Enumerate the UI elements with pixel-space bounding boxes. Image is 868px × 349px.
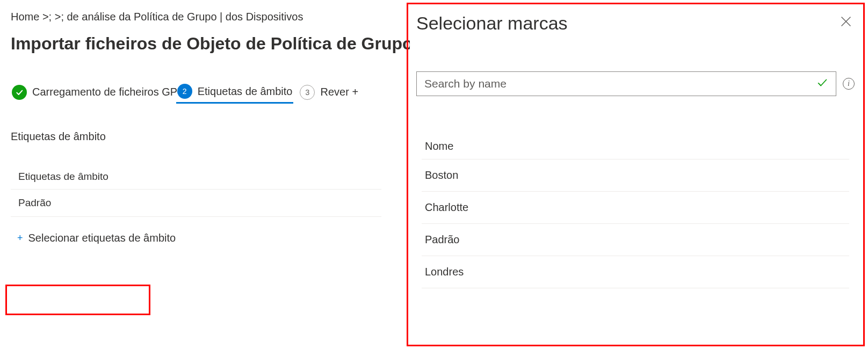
info-icon[interactable]: i bbox=[843, 78, 855, 90]
list-item[interactable]: Londres bbox=[422, 256, 849, 288]
search-placeholder: Search by name bbox=[424, 77, 816, 90]
select-tags-panel: Selecionar marcas Search by name i Nome … bbox=[410, 5, 861, 344]
highlight-box-left bbox=[5, 285, 150, 315]
step-label: Rever + bbox=[320, 86, 358, 98]
close-button[interactable] bbox=[837, 13, 855, 32]
table-row[interactable]: Padrão bbox=[11, 190, 381, 217]
step-label: Etiquetas de âmbito bbox=[198, 85, 293, 98]
section-heading: Etiquetas de âmbito bbox=[11, 130, 381, 143]
select-scope-tags-label: Selecionar etiquetas de âmbito bbox=[28, 232, 176, 244]
step-review[interactable]: 3 Rever + bbox=[299, 82, 359, 103]
check-circle-icon bbox=[12, 85, 27, 100]
tags-list: Nome Boston Charlotte Padrão Londres bbox=[416, 134, 855, 288]
close-icon bbox=[840, 20, 852, 30]
list-item[interactable]: Boston bbox=[422, 159, 849, 192]
step-scope-tags[interactable]: 2 Etiquetas de âmbito bbox=[176, 81, 294, 104]
checkmark-icon bbox=[816, 77, 828, 91]
step-label: Carregamento de ficheiros GPO bbox=[32, 86, 186, 98]
step-number-icon: 3 bbox=[300, 85, 315, 100]
list-item[interactable]: Charlotte bbox=[422, 192, 849, 224]
breadcrumb[interactable]: Home >; >; de análise da Política de Gru… bbox=[11, 11, 381, 23]
table-header: Etiquetas de âmbito bbox=[11, 164, 381, 190]
step-gpo-upload[interactable]: Carregamento de ficheiros GPO bbox=[11, 82, 187, 103]
list-header-name[interactable]: Nome bbox=[422, 134, 849, 159]
search-input[interactable]: Search by name bbox=[416, 71, 836, 96]
step-number-icon: 2 bbox=[177, 84, 192, 99]
panel-title: Selecionar marcas bbox=[416, 13, 568, 34]
stepper: Carregamento de ficheiros GPO 2 Etiqueta… bbox=[11, 81, 381, 104]
list-item[interactable]: Padrão bbox=[422, 224, 849, 256]
plus-icon: + bbox=[17, 232, 23, 244]
select-scope-tags-link[interactable]: + Selecionar etiquetas de âmbito bbox=[11, 228, 182, 249]
page-title: Importar ficheiros de Objeto de Política… bbox=[11, 34, 381, 54]
